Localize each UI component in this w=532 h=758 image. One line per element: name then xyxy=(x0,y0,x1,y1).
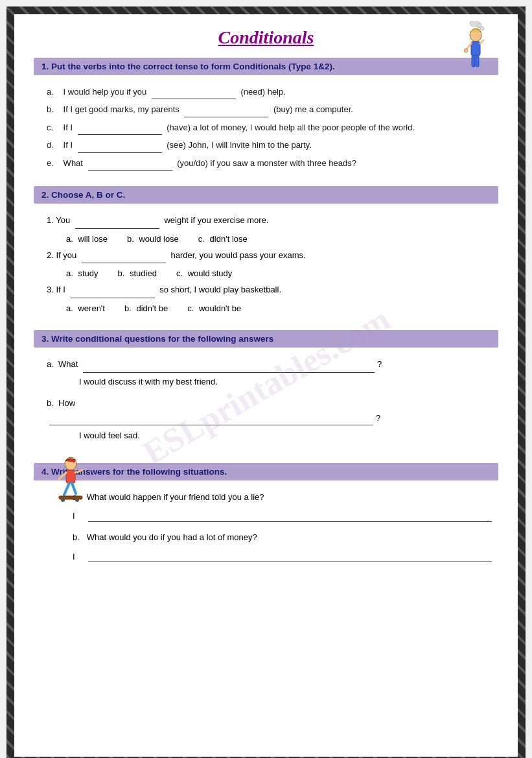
opt-b-text: would lose xyxy=(137,234,179,244)
svg-rect-11 xyxy=(66,470,75,483)
blank-q2[interactable] xyxy=(82,263,166,263)
opt-a-label3: a. xyxy=(66,303,73,313)
opt-c-text: didn't lose xyxy=(207,234,248,244)
svg-point-18 xyxy=(75,498,79,502)
mc-q3-opt-b[interactable]: b. didn't be xyxy=(124,303,168,313)
section1-header: 1. Put the verbs into the correct tense … xyxy=(34,58,498,75)
svg-rect-4 xyxy=(471,41,480,56)
mc-q3-opt-a[interactable]: a. weren't xyxy=(66,303,105,313)
s3-a-label: a. What ? xyxy=(47,359,382,369)
mc-q3: 3. If I so short, I would play basketbal… xyxy=(47,282,492,298)
sit-b-text: What would you do if you had a lot of mo… xyxy=(87,530,257,545)
opt-b-text2: studied xyxy=(127,268,157,278)
item-label-d: d. xyxy=(47,137,61,152)
opt-c-label: c. xyxy=(198,234,205,244)
svg-line-8 xyxy=(480,40,483,43)
blank-c[interactable] xyxy=(78,134,162,135)
opt-c-label3: c. xyxy=(187,303,194,313)
situation-a: a. What would happen if your friend told… xyxy=(73,490,492,524)
mc-q1: 1. You weight if you exercise more. xyxy=(47,213,492,229)
blank-a[interactable] xyxy=(152,99,236,99)
s3-answer-b: I would feel sad. xyxy=(66,428,492,443)
svg-line-13 xyxy=(75,470,82,473)
section1-item-e: e. What (you/do) if you saw a monster wi… xyxy=(47,156,492,171)
mc-q1-opt-a[interactable]: a. will lose xyxy=(66,234,108,244)
item-label-b: b. xyxy=(47,102,61,117)
mc-q2-options: a. study b. studied c. would study xyxy=(47,268,492,278)
s3-b-label: b. How xyxy=(47,398,75,408)
mc-q2-opt-c[interactable]: c. would study xyxy=(176,268,232,278)
section1-content: a. I would help you if you (need) help. … xyxy=(34,82,498,178)
q3-blank-b[interactable] xyxy=(49,425,373,425)
blank-q1[interactable] xyxy=(75,228,159,229)
section1-item-a: a. I would help you if you (need) help. xyxy=(47,84,492,99)
sit-b-answer-line[interactable] xyxy=(88,551,492,562)
opt-b-label3: b. xyxy=(124,303,132,313)
page-title: Conditionals xyxy=(218,27,314,47)
q2-text: 2. If you harder, you would pass your ex… xyxy=(47,250,306,260)
mc-q2: 2. If you harder, you would pass your ex… xyxy=(47,248,492,264)
mc-q1-opt-b[interactable]: b. would lose xyxy=(127,234,179,244)
opt-a-label: a. xyxy=(66,234,73,244)
title-area: Conditionals xyxy=(34,27,498,48)
svg-point-9 xyxy=(464,49,468,53)
mc-q3-opt-c[interactable]: c. wouldn't be xyxy=(187,303,241,313)
sit-b-answer: I xyxy=(73,549,492,564)
opt-b-label2: b. xyxy=(118,268,125,278)
section4-header: 4. Write answers for the following situa… xyxy=(34,463,498,480)
q1-text: 1. You weight if you exercise more. xyxy=(47,215,269,225)
section1-item-b: b. If I get good marks, my parents (buy)… xyxy=(47,102,492,117)
sit-a-answer-line[interactable] xyxy=(88,510,492,522)
sit-a-answer: I xyxy=(73,508,492,523)
sit-a-question: a. What would happen if your friend told… xyxy=(73,490,492,504)
q3-blank-a[interactable] xyxy=(83,372,375,373)
sit-b-label: b. xyxy=(73,530,87,545)
blank-q3[interactable] xyxy=(71,298,155,298)
opt-c-text2: would study xyxy=(185,268,232,278)
blank-e[interactable] xyxy=(88,170,172,171)
item-e-text: What (you/do) if you saw a monster with … xyxy=(61,156,356,171)
section1-item-d: d. If I (see) John, I will invite him to… xyxy=(47,137,492,152)
mc-q3-options: a. weren't b. didn't be c. wouldn't be xyxy=(47,303,492,313)
s3-b-qmark: ? xyxy=(376,413,380,423)
mc-q2-opt-a[interactable]: a. study xyxy=(66,268,98,278)
s3-q-b: b. How xyxy=(47,396,492,412)
opt-c-text3: wouldn't be xyxy=(196,303,241,313)
section3-content: a. What ? I would discuss it with my bes… xyxy=(34,354,498,455)
thinking-figure-icon xyxy=(446,21,492,79)
mc-q2-opt-b[interactable]: b. studied xyxy=(118,268,157,278)
s3-answer-a: I would discuss it with my best friend. xyxy=(66,374,492,389)
mc-q1-opt-c[interactable]: c. didn't lose xyxy=(198,234,248,244)
item-label-e: e. xyxy=(47,156,61,171)
section3-item-b: b. How ? I would feel sad. xyxy=(47,396,492,443)
section2-content: 1. You weight if you exercise more. a. w… xyxy=(34,210,498,322)
svg-point-17 xyxy=(61,498,65,502)
svg-rect-6 xyxy=(476,55,479,67)
skater-figure-icon xyxy=(50,456,92,511)
svg-point-2 xyxy=(470,21,479,27)
section3-header: 3. Write conditional questions for the f… xyxy=(34,330,498,348)
svg-line-14 xyxy=(64,483,69,495)
sit-a-text: What would happen if your friend told yo… xyxy=(87,490,264,504)
sit-b-i-label: I xyxy=(73,549,86,564)
opt-b-text3: didn't be xyxy=(134,303,168,313)
worksheet-page: ESLprintables.com Conditionals xyxy=(6,6,526,758)
item-label-c: c. xyxy=(47,120,61,135)
blank-b[interactable] xyxy=(184,117,268,117)
blank-d[interactable] xyxy=(78,152,162,153)
situation-b: b. What would you do if you had a lot of… xyxy=(73,530,492,564)
item-d-text: If I (see) John, I will invite him to th… xyxy=(61,137,312,152)
opt-a-text3: weren't xyxy=(76,303,105,313)
svg-line-12 xyxy=(59,473,66,479)
sit-b-question: b. What would you do if you had a lot of… xyxy=(73,530,492,545)
section2-header: 2. Choose A, B or C. xyxy=(34,186,498,204)
opt-a-text: will lose xyxy=(76,234,108,244)
svg-line-15 xyxy=(72,483,76,493)
s3-q-a: a. What ? xyxy=(47,357,492,373)
mc-q1-options: a. will lose b. would lose c. didn't los… xyxy=(47,234,492,244)
section4-content: a. What would happen if your friend told… xyxy=(34,487,498,576)
item-label-a: a. xyxy=(47,84,61,99)
opt-a-text2: study xyxy=(76,268,98,278)
item-a-text: I would help you if you (need) help. xyxy=(61,84,286,99)
section3-item-a: a. What ? I would discuss it with my bes… xyxy=(47,357,492,389)
